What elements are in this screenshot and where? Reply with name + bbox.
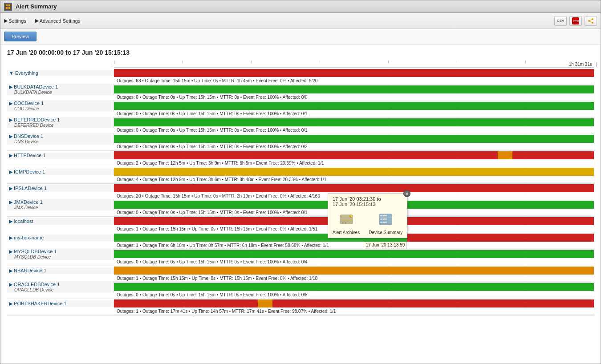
timeline-area [114, 118, 594, 126]
svg-point-25 [381, 215, 382, 216]
timeline-pipe-left: | [110, 61, 112, 67]
svg-rect-29 [382, 218, 387, 220]
device-name[interactable]: ▶ DNSDevice 1 [9, 133, 112, 139]
device-label: ▶ HTTPDevice 1 [7, 152, 114, 159]
device-name[interactable]: ▶ BULKDATADevice 1 [9, 84, 112, 90]
device-label: ▶ ORACLEDBDevice 1ORACLEDB Device [7, 281, 114, 293]
alert-archives-item[interactable]: ! Alert Archives [333, 210, 360, 235]
stat-content: Outages: 1 • Outage Time: 15h 15m • Up T… [114, 275, 594, 282]
device-name[interactable]: ▶ HTTPDevice 1 [9, 153, 112, 158]
svg-rect-2 [8, 4, 10, 6]
device-name[interactable]: ▶ PORTSHAKERDevice 1 [9, 301, 112, 307]
device-group: ▶ COCDevice 1COC DeviceOutages: 0 • Outa… [7, 101, 594, 118]
timeline-area [114, 69, 594, 77]
timeline-area [114, 267, 594, 275]
device-group: ▶ IPSLADevice 1Outages: 20 • Outage Time… [7, 184, 594, 200]
stat-content: Outages: 0 • Outage Time: 0s • Up Time: … [114, 111, 594, 117]
timeline-pipe-right: | [596, 61, 597, 67]
timeline-area [114, 151, 594, 159]
bar-segment [114, 283, 594, 291]
pdf-button[interactable]: PDF [569, 16, 582, 26]
tooltip-date1: 17 Jun '20 03:21:30 to [333, 196, 402, 202]
device-name[interactable]: ▶ ORACLEDBDevice 1 [9, 282, 112, 287]
csv-button[interactable]: CSV [554, 16, 567, 26]
settings-arrow: ▶ [4, 18, 8, 24]
device-name[interactable]: ▶ DEFERREDDevice 1 [9, 117, 112, 123]
svg-point-26 [381, 218, 382, 220]
device-subname: MYSQLDB Device [9, 255, 112, 259]
advanced-settings-link[interactable]: ▶ Advanced Settings [35, 18, 81, 24]
device-label: ▼ Everything [7, 70, 114, 76]
bar-segment [114, 69, 594, 77]
stats-row: Outages: 4 • Outage Time: 12h 9m • Up Ti… [7, 176, 594, 183]
bar-segment [512, 151, 594, 159]
stat-content: Outages: 4 • Outage Time: 12h 9m • Up Ti… [114, 177, 594, 183]
share-button[interactable] [585, 16, 597, 26]
device-name[interactable]: ▶ COCDevice 1 [9, 101, 112, 106]
window-frame: Alert Summary ▶ Settings ▶ Advanced Sett… [0, 0, 601, 364]
device-summary-label: Device Summary [369, 230, 402, 235]
device-subname: COC Device [9, 106, 112, 111]
alert-archives-icon: ! [337, 210, 355, 228]
device-name[interactable]: ▶ MYSQLDBDevice 1 [9, 249, 112, 255]
device-rows: ▼ EverythingOutages: 68 • Outage Time: 1… [7, 69, 594, 315]
device-summary-item[interactable]: Device Summary [369, 210, 402, 235]
device-name[interactable]: ▼ Everything [9, 70, 112, 76]
device-name[interactable]: ▶ ICMPDevice 1 [9, 169, 112, 175]
main-content: 17 Jun '20 00:00:00 to 17 Jun '20 15:15:… [0, 44, 601, 364]
device-name[interactable]: ▶ IPSLADevice 1 [9, 186, 112, 191]
bar-segment [407, 234, 594, 242]
date-range: 17 Jun '20 00:00:00 to 17 Jun '20 15:15:… [7, 49, 594, 56]
device-subname: DNS Device [9, 139, 112, 144]
timeline-area [114, 283, 594, 291]
device-name[interactable]: ▶ my-box-name [9, 235, 112, 241]
device-subname: JMX Device [9, 205, 112, 210]
device-group: ▶ ICMPDevice 1Outages: 4 • Outage Time: … [7, 167, 594, 184]
timeline-scale: 1h 31m 31s [569, 62, 592, 67]
stat-content: Outages: 1 • Outage Time: 17m 41s • Up T… [114, 308, 594, 315]
bar-segment [114, 118, 594, 126]
preview-button[interactable]: Preview [4, 32, 37, 41]
time-marker: 17 Jun '20 13:13:59 [364, 242, 407, 248]
device-name[interactable]: ▶ JMXDevice 1 [9, 199, 112, 205]
device-group: ▶ ORACLEDBDevice 1ORACLEDB DeviceOutages… [7, 283, 594, 299]
bar-segment [258, 299, 272, 307]
bar-segment [114, 85, 594, 93]
bar-segment [114, 135, 594, 143]
toolbar-left: ▶ Settings ▶ Advanced Settings [4, 18, 80, 24]
device-name[interactable]: ▶ NBARDevice 1 [9, 268, 112, 274]
device-label: ▶ PORTSHAKERDevice 1 [7, 300, 114, 307]
svg-point-27 [381, 222, 382, 223]
device-group: ▶ localhostOutages: 1 • Outage Time: 15h… [7, 217, 594, 233]
bar-segment [114, 102, 594, 110]
bar-segment [498, 151, 512, 159]
bar-segment [114, 168, 258, 176]
svg-rect-18 [342, 222, 344, 223]
toolbar-right: CSV PDF [554, 16, 597, 26]
tooltip-icons: ! Alert Archives [333, 210, 402, 235]
stat-content: Outages: 0 • Outage Time: 0s • Up Time: … [114, 94, 594, 101]
device-group: ▶ JMXDevice 1JMX DeviceOutages: 0 • Outa… [7, 200, 594, 217]
stat-content: Outages: 2 • Outage Time: 12h 5m • Up Ti… [114, 160, 594, 166]
svg-rect-24 [379, 223, 392, 225]
device-name[interactable]: ▶ localhost [9, 218, 112, 224]
device-subname: ORACLEDB Device [9, 287, 112, 292]
device-subname: DEFERRED Device [9, 123, 112, 128]
device-label: ▶ my-box-name [7, 235, 114, 241]
timeline-area [114, 250, 594, 258]
stat-content: Outages: 0 • Outage Time: 0s • Up Time: … [114, 292, 594, 298]
app-icon [4, 3, 12, 11]
settings-link[interactable]: ▶ Settings [4, 18, 26, 24]
timeline-area [114, 85, 594, 93]
tooltip-date2: 17 Jun '20 15:15:13 [333, 202, 402, 207]
device-group: ▼ EverythingOutages: 68 • Outage Time: 1… [7, 69, 594, 85]
stats-row: Outages: 1 • Outage Time: 17m 41s • Up T… [7, 308, 594, 315]
device-label: ▶ IPSLADevice 1 [7, 185, 114, 192]
svg-rect-28 [382, 215, 387, 216]
device-label: ▶ BULKDATADevice 1BULKDATA Device [7, 84, 114, 95]
svg-rect-15 [340, 221, 353, 224]
alert-archives-label: Alert Archives [333, 230, 360, 235]
svg-rect-4 [8, 7, 10, 9]
stat-content: Outages: 0 • Outage Time: 0s • Up Time: … [114, 127, 594, 133]
svg-line-11 [589, 21, 593, 23]
